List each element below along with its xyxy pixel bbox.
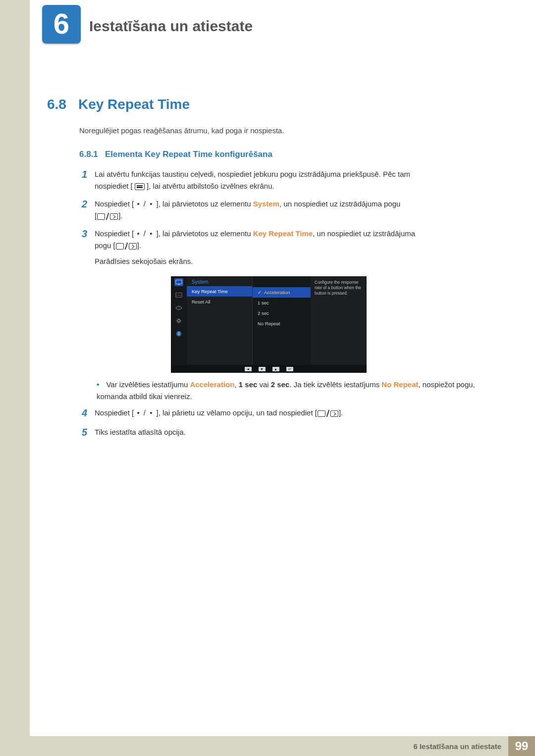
settings-tab-icon [174,317,183,325]
step-body: Tiks iestatīta atlasītā opcija. [95,426,186,438]
osd-help-text: Configure the response rate of a button … [311,276,367,365]
text: pogu [ [95,241,115,250]
highlight: System [253,200,279,208]
step-number: 3 [82,228,95,267]
highlight: No Repeat [381,380,418,389]
highlight: Key Repeat Time [253,229,313,238]
text: ]. [137,241,141,250]
step-number: 2 [82,198,95,222]
nav-left-icon: ◄ [245,367,252,371]
text: ], lai pārvietotos uz elementu [157,200,253,208]
highlight: Acceleration [190,380,234,389]
text: vai [257,380,271,389]
osd-menu-header: System [187,276,252,286]
step-3: 3 Nospiediet [ • / • ], lai pārvietotos … [82,228,493,267]
note-bullet: • Var izvēlēties iestatījumu Acceleratio… [97,379,488,403]
text: Lai atvērtu funkcijas taustiņu ceļvedi, … [95,170,410,178]
step-number: 5 [82,426,95,438]
nav-down-icon: ▼ [259,367,266,371]
size-tab-icon [174,304,183,312]
osd-option: No Repeat [253,318,311,329]
osd-menu: System Key Repeat Time Reset All [187,276,252,365]
section-number: 6.8 [47,97,66,112]
text: ], lai pārvietotos uz elementu [157,229,253,238]
left-margin-strip [0,0,30,756]
text: Nospiediet [ [95,200,134,208]
osd-screenshot: System Key Repeat Time Reset All ✔Accele… [171,276,367,373]
step-number: 1 [82,168,95,192]
brightness-tab-icon [174,278,183,286]
page-footer: 6 Iestatīšana un atiestate 99 [30,736,535,756]
subsection-title: Elementa Key Repeat Time konfigurēšana [105,150,272,159]
step-number: 4 [82,407,95,419]
svg-rect-1 [178,284,180,285]
chapter-title: Iestatīšana un atiestate [89,18,253,35]
step-4: 4 Nospiediet [ • / • ], lai pārietu uz v… [82,407,493,419]
text: . Ja tiek izvēlēts iestatījums [289,380,381,389]
nav-enter-icon: ↵ [286,367,293,371]
text: , un nospiediet uz izstrādājuma [313,229,415,238]
nav-dots-icon: • / • [134,200,156,208]
bold-text: 2 sec [271,380,290,389]
section-intro: Noregulējiet pogas reaģēšanas ātrumu, ka… [79,126,284,135]
step-body: Nospiediet [ • / • ], lai pārvietotos uz… [95,198,400,222]
footer-page-number: 99 [508,736,535,756]
svg-rect-5 [178,333,179,335]
bullet-icon: • [97,380,99,389]
svg-rect-0 [176,280,182,284]
steps-list: 1 Lai atvērtu funkcijas taustiņu ceļvedi… [82,168,493,273]
section-heading: 6.8 Key Repeat Time [47,97,190,112]
section-title: Key Repeat Time [78,97,190,112]
nav-up-icon: ▲ [272,367,279,371]
text: ], lai pārietu uz vēlamo opciju, un tad … [157,408,317,417]
enter-return-icon [115,243,137,250]
osd-option-selected: ✔Acceleration [253,287,311,298]
step-5: 5 Tiks iestatīta atlasītā opcija. [82,426,493,438]
text: ]. [118,211,122,220]
osd-option: 1 sec [253,298,311,308]
osd-sidebar [171,276,187,365]
subsection-heading: 6.8.1 Elementa Key Repeat Time konfigurē… [79,150,272,159]
text: , [234,380,238,389]
picture-tab-icon [174,291,183,299]
text: ], lai atvērtu atbilstošo izvēlnes ekrān… [147,182,274,190]
text: Nospiediet [ [95,229,134,238]
osd-nav-footer: ◄ ▼ ▲ ↵ [171,365,367,373]
step-1: 1 Lai atvērtu funkcijas taustiņu ceļvedi… [82,168,493,192]
subsection-number: 6.8.1 [79,150,98,159]
chapter-number-badge: 6 [42,5,81,44]
svg-point-3 [177,319,180,322]
text: Parādīsies sekojošais ekrāns. [95,257,193,265]
menu-icon [135,183,145,190]
info-tab-icon [174,330,183,338]
text: nospiediet [ [95,182,133,190]
enter-return-icon [317,410,339,417]
text: ]. [339,408,343,417]
osd-menu-item: Reset All [187,297,252,307]
check-icon: ✔ [258,290,262,295]
text: , un nospiediet uz izstrādājuma pogu [279,200,400,208]
step-body: Nospiediet [ • / • ], lai pārietu uz vēl… [95,407,343,419]
svg-rect-6 [178,332,179,333]
footer-chapter-label: 6 Iestatīšana un atiestate [413,742,501,751]
osd-menu-item-selected: Key Repeat Time [187,286,252,297]
osd-submenu: ✔Acceleration 1 sec 2 sec No Repeat [252,276,311,365]
osd-option: 2 sec [253,308,311,318]
enter-return-icon [97,213,118,220]
step-2: 2 Nospiediet [ • / • ], lai pārvietotos … [82,198,493,222]
text: Var izvēlēties iestatījumu [106,380,190,389]
text: Acceleration [264,290,290,295]
text: Nospiediet [ [95,408,134,417]
osd-main: System Key Repeat Time Reset All ✔Accele… [171,276,367,365]
bold-text: 1 sec [239,380,258,389]
nav-dots-icon: • / • [134,229,156,238]
step-body: Nospiediet [ • / • ], lai pārvietotos uz… [95,228,415,267]
nav-dots-icon: • / • [134,408,156,417]
step-body: Lai atvērtu funkcijas taustiņu ceļvedi, … [95,168,410,192]
